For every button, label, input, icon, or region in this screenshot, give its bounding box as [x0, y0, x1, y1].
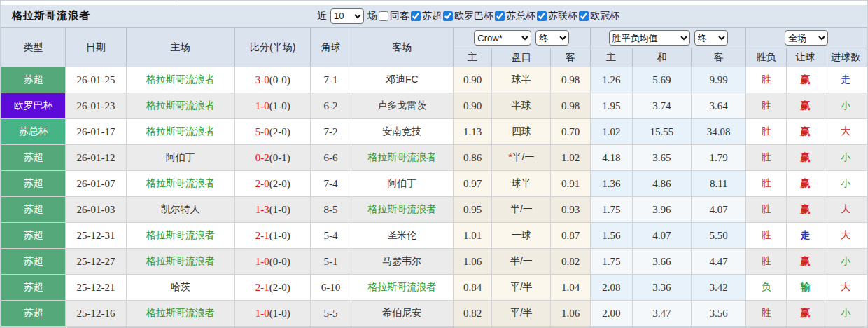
competition-badge: 苏超: [1, 197, 66, 223]
mean-away-value: 3.42: [692, 275, 746, 301]
mean-draw-value: 3.66: [632, 249, 691, 275]
odds-away-value: 0.82: [551, 249, 590, 275]
away-team[interactable]: 格拉斯哥流浪者: [351, 275, 453, 301]
corner-score: 7-1: [311, 67, 351, 93]
mean-away-value: 3.64: [692, 93, 746, 119]
odds-away-value: 1.06: [551, 301, 590, 327]
result-goals: 大: [825, 275, 867, 301]
mean-home-value: 1.95: [590, 93, 632, 119]
mean-home-value: 1.26: [590, 67, 632, 93]
halftime-score: (0-0): [270, 256, 290, 267]
fulltime-score: 1-0: [255, 308, 270, 319]
odds-home-value: 0.95: [454, 197, 492, 223]
table-header: 类型 日期 主场 比分(半场) 角球 客场 Crow*终 胜平负均值终 全场 主…: [1, 28, 867, 67]
halftime-score: (2-0): [270, 126, 290, 137]
odds-state-select[interactable]: 终: [536, 30, 569, 46]
odds-home-value: 0.90: [454, 93, 492, 119]
away-team[interactable]: 格拉斯哥流浪者: [351, 145, 453, 171]
competition-checkbox-0[interactable]: [411, 11, 421, 21]
handicap-line: 球半: [492, 171, 551, 197]
competition-badge: 苏超: [1, 145, 66, 171]
result-winloss: 胜: [746, 171, 786, 197]
scope-select[interactable]: 全场: [785, 30, 828, 46]
mean-draw-value: 3.65: [632, 145, 691, 171]
halftime-score: (1-0): [270, 308, 290, 319]
mean-home-value: 4.18: [590, 145, 632, 171]
away-team[interactable]: 安南竞技: [351, 119, 453, 145]
competition-toggle-4[interactable]: 欧冠杯: [578, 10, 620, 22]
away-team[interactable]: 邓迪FC: [351, 67, 453, 93]
match-row: 苏超 26-01-03 凯尔特人 1-3(1-0) 8-5 格拉斯哥流浪者 0.…: [1, 197, 867, 223]
home-team[interactable]: 格拉斯哥流浪者: [126, 93, 234, 119]
corner-score: 8-5: [311, 197, 351, 223]
home-team[interactable]: 格拉斯哥流浪者: [126, 67, 234, 93]
competition-checkbox-4[interactable]: [579, 11, 589, 21]
result-goals: 小: [825, 171, 867, 197]
mean-away-value: 4.47: [692, 249, 746, 275]
match-date: 26-01-17: [66, 119, 126, 145]
team-title: 格拉斯哥流浪者: [12, 9, 90, 22]
competition-toggle-1[interactable]: 欧罗巴杯: [442, 10, 493, 22]
competition-checkbox-2[interactable]: [495, 11, 505, 21]
mean-home-value: 1.56: [590, 223, 632, 249]
same-away-checkbox[interactable]: [379, 11, 388, 21]
competition-toggle-2[interactable]: 苏总杯: [493, 10, 536, 22]
result-winloss: 负: [746, 275, 786, 301]
match-row: 苏超 25-12-31 格拉斯哥流浪者 2-1(1-0) 5-4 圣米伦 1.0…: [1, 223, 867, 249]
odds-company-select[interactable]: Crow*: [474, 30, 531, 46]
match-date: 25-12-16: [66, 301, 126, 327]
same-away-toggle[interactable]: 同客: [377, 10, 410, 22]
handicap-line: 一球: [492, 223, 551, 249]
away-team[interactable]: 希伯尼安: [351, 301, 453, 327]
mean-draw-value: 3.96: [632, 197, 691, 223]
fulltime-score: 5-0: [255, 126, 270, 137]
mean-select[interactable]: 胜平负均值: [609, 30, 690, 46]
away-team[interactable]: 圣米伦: [351, 223, 453, 249]
halftime-score: (2-0): [270, 282, 290, 293]
fulltime-score: 0-2: [255, 152, 270, 163]
mean-home-value: 1.75: [590, 197, 632, 223]
home-team[interactable]: 格拉斯哥流浪者: [126, 301, 234, 327]
home-team[interactable]: 格拉斯哥流浪者: [126, 223, 234, 249]
line-text: 半/一: [512, 151, 535, 163]
home-team[interactable]: 格拉斯哥流浪者: [126, 249, 234, 275]
competition-label-2: 苏总杯: [506, 10, 536, 22]
away-team[interactable]: 阿伯丁: [351, 171, 453, 197]
competition-toggle-3[interactable]: 苏联杯: [536, 10, 578, 22]
competition-checkbox-3[interactable]: [537, 11, 547, 21]
mean-away-value: 9.99: [692, 67, 746, 93]
halftime-score: (1-0): [270, 100, 290, 111]
home-team[interactable]: 哈茨: [126, 275, 234, 301]
mean-draw-value: 4.07: [632, 223, 691, 249]
odds-away-value: 0.93: [551, 197, 590, 223]
competition-toggle-0[interactable]: 苏超: [410, 10, 442, 22]
odds-away-value: 0.87: [551, 223, 590, 249]
result-winloss: 胜: [746, 119, 786, 145]
competition-badge: 苏超: [1, 249, 66, 275]
result-handicap: 赢: [786, 93, 825, 119]
odds-home-value: 0.90: [454, 67, 492, 93]
recent-count-select[interactable]: 10: [330, 8, 364, 24]
home-team[interactable]: 凯尔特人: [126, 197, 234, 223]
match-date: 25-12-31: [66, 223, 126, 249]
fulltime-score: 1-0: [255, 100, 270, 111]
competition-label-0: 苏超: [422, 10, 442, 22]
mean-away-value: 3.56: [692, 301, 746, 327]
result-winloss: 胜: [746, 223, 786, 249]
away-team[interactable]: 格拉斯哥流浪者: [351, 197, 453, 223]
home-team[interactable]: 格拉斯哥流浪者: [126, 119, 234, 145]
corner-score: 6-10: [311, 275, 351, 301]
competition-label-3: 苏联杯: [548, 10, 578, 22]
col-result: 胜负: [746, 48, 786, 67]
competition-checkbox-1[interactable]: [443, 11, 453, 21]
home-team[interactable]: 格拉斯哥流浪者: [126, 171, 234, 197]
mean-state-select[interactable]: 终: [694, 30, 728, 46]
match-date: 26-01-12: [66, 145, 126, 171]
line-text: 平/半: [510, 281, 533, 292]
near-label: 近: [317, 10, 327, 22]
away-team[interactable]: 马瑟韦尔: [351, 249, 453, 275]
away-team[interactable]: 卢多戈雷茨: [351, 93, 453, 119]
home-team[interactable]: 阿伯丁: [126, 145, 234, 171]
handicap-line: 半球: [492, 93, 551, 119]
filter-controls: 近 10 场 同客 苏超 欧罗巴杯 苏总杯 苏联杯: [317, 5, 620, 27]
